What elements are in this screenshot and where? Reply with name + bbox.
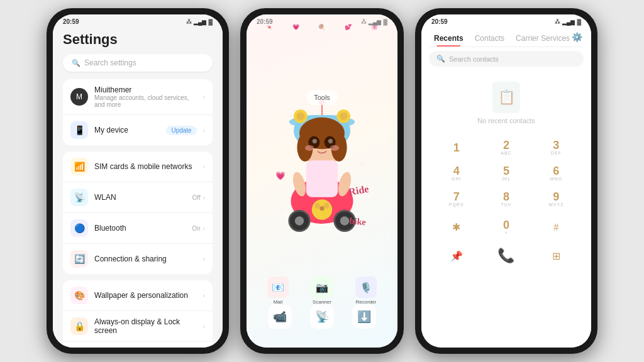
svg-point-24 xyxy=(314,202,320,208)
dial-num-6: 6 xyxy=(553,165,559,177)
folder-overlay[interactable]: Tools xyxy=(306,90,338,105)
connection-item[interactable]: 🔄 Connection & sharing › xyxy=(63,244,213,274)
lock-item[interactable]: 🔒 Always-on display & Lock screen › xyxy=(63,311,213,342)
connection-icon: 🔄 xyxy=(70,250,88,268)
chevron-icon: › xyxy=(203,127,205,134)
voicemail-button[interactable]: 📌 xyxy=(431,243,481,269)
dock-mi-remote[interactable]: 📡 xyxy=(310,305,334,329)
bluetooth-label: Bluetooth xyxy=(94,224,186,233)
device-label: My device xyxy=(94,126,160,134)
search-icon: 🔍 xyxy=(72,59,80,67)
dial-key-7[interactable]: 7 PQRS xyxy=(431,186,481,212)
chevron-icon: › xyxy=(203,225,205,232)
dial-key-1[interactable]: 1 xyxy=(431,134,481,160)
wlan-text: WLAN xyxy=(94,193,186,202)
phone-middle: 20:59 ⁂ ▂▄▆ ▓ 🍬💗🍭💕🌸 xyxy=(240,8,404,354)
bluetooth-status: On › xyxy=(192,225,205,232)
dial-zero[interactable]: 0 + xyxy=(481,214,531,240)
svg-point-22 xyxy=(340,216,349,225)
dial-key-5[interactable]: 5 JKL xyxy=(481,160,531,186)
profile-sub: Manage accounts, cloud services, and mor… xyxy=(94,94,197,108)
dial-letters-6: MNO xyxy=(550,177,562,181)
dialpad-grid-icon: ⊞ xyxy=(552,250,560,262)
dial-key-6[interactable]: 6 MNO xyxy=(531,160,581,186)
app-mail[interactable]: 📧 Mail xyxy=(257,277,299,305)
wallpaper-item[interactable]: 🎨 Wallpaper & personalization › xyxy=(63,280,213,311)
dial-hash[interactable]: # xyxy=(531,214,581,240)
dial-actions-row: 📌 📞 ⊞ xyxy=(421,240,591,269)
character-area: 💗 ♡ ♡ Ride bike xyxy=(247,30,397,304)
device-item[interactable]: 📱 My device Update › xyxy=(63,115,213,145)
battery-icon: ▓ xyxy=(208,19,213,25)
lock-text: Always-on display & Lock screen xyxy=(94,317,197,335)
wallpaper-screen: 20:59 ⁂ ▂▄▆ ▓ 🍬💗🍭💕🌸 xyxy=(247,14,397,348)
battery-icon: ▓ xyxy=(383,19,387,25)
app-mail-label: Mail xyxy=(274,299,283,305)
tab-contacts[interactable]: Contacts xyxy=(470,30,509,47)
dial-letters-5: JKL xyxy=(501,177,511,181)
dial-key-3[interactable]: 3 DEF xyxy=(531,134,581,160)
signal-icon: ▂▄▆ xyxy=(194,19,206,25)
chevron-icon: › xyxy=(203,256,205,263)
app-recorder[interactable]: 🎙️ Recorder xyxy=(345,277,387,305)
dial-hash-sym: # xyxy=(553,222,558,233)
settings-screen: 20:59 ⁂ ▂▄▆ ▓ Settings 🔍 Search settings… xyxy=(53,14,223,348)
svg-point-26 xyxy=(319,206,324,211)
lock-icon: 🔒 xyxy=(70,317,88,335)
call-icon: 📞 xyxy=(497,248,514,264)
search-bar[interactable]: 🔍 Search settings xyxy=(63,54,213,72)
bluetooth-item[interactable]: 🔵 Bluetooth On › xyxy=(63,213,213,244)
svg-point-15 xyxy=(328,139,333,143)
app-recorder-label: Recorder xyxy=(356,299,377,305)
svg-point-25 xyxy=(324,202,330,208)
dial-num-7: 7 xyxy=(453,191,460,202)
dial-key-8[interactable]: 8 TUV xyxy=(481,186,531,212)
device-text: My device xyxy=(94,126,160,134)
svg-rect-29 xyxy=(306,160,338,197)
chevron-icon: › xyxy=(203,194,205,201)
app-scanner-label: Scanner xyxy=(313,299,331,305)
dial-star-sym: ✱ xyxy=(452,221,460,233)
dial-num-8: 8 xyxy=(503,191,509,202)
display-item[interactable]: 📱 Display › xyxy=(63,342,213,348)
dock-downloads[interactable]: ⬇️ xyxy=(352,305,376,329)
device-icon: 📱 xyxy=(70,121,88,139)
dial-letters-9: WXYZ xyxy=(548,202,564,207)
call-button[interactable]: 📞 xyxy=(481,243,531,269)
bluetooth-icon: 🔵 xyxy=(70,219,88,237)
wallpaper-text: Wallpaper & personalization xyxy=(94,291,197,300)
sim-item[interactable]: 📶 SIM cards & mobile networks › xyxy=(63,151,213,182)
profile-text: Miuithemer Manage accounts, cloud servic… xyxy=(94,85,197,108)
contact-book-icon: 📋 xyxy=(492,82,520,113)
update-badge[interactable]: Update xyxy=(166,126,196,135)
app-grid: 📧 Mail 📷 Scanner 🎙️ Recorder xyxy=(247,277,397,305)
svg-point-5 xyxy=(340,112,348,120)
app-scanner[interactable]: 📷 Scanner xyxy=(301,277,343,305)
dial-key-9[interactable]: 9 WXYZ xyxy=(531,186,581,212)
profile-item[interactable]: M Miuithemer Manage accounts, cloud serv… xyxy=(63,79,213,115)
search-placeholder: Search contacts xyxy=(449,55,499,63)
status-icons-middle: ⁂ ▂▄▆ ▓ xyxy=(361,19,387,25)
chevron-icon: › xyxy=(203,323,205,330)
dial-letters-8: TUV xyxy=(501,202,511,207)
tab-recents[interactable]: Recents xyxy=(429,30,469,47)
dock-screen-recorder[interactable]: 📹 xyxy=(268,305,292,329)
contacts-search[interactable]: 🔍 Search contacts xyxy=(429,51,584,67)
dial-key-2[interactable]: 2 ABC xyxy=(481,134,531,160)
bluetooth-text: Bluetooth xyxy=(94,224,186,233)
network-card: 📶 SIM cards & mobile networks › 📡 WLAN O… xyxy=(63,151,213,274)
folder-label: Tools xyxy=(314,94,330,101)
no-contacts-area: 📋 No recent contacts xyxy=(421,72,591,132)
lock-label: Always-on display & Lock screen xyxy=(94,317,197,335)
dock: 📹 📡 ⬇️ xyxy=(247,305,397,329)
search-icon: 🔍 xyxy=(436,55,445,63)
bluetooth-icon: ⁂ xyxy=(361,19,367,25)
svg-point-3 xyxy=(297,112,305,120)
status-bar-right: 20:59 ⁂ ▂▄▆ ▓ xyxy=(421,14,591,28)
dialpad-toggle-button[interactable]: ⊞ xyxy=(531,243,581,269)
dial-key-4[interactable]: 4 GHI xyxy=(431,160,481,186)
dial-letters-4: GHI xyxy=(452,177,461,181)
dial-star[interactable]: ✱ xyxy=(431,214,481,240)
wlan-item[interactable]: 📡 WLAN Off › xyxy=(63,182,213,213)
tab-carrier-services[interactable]: Carrier Services xyxy=(511,30,575,47)
